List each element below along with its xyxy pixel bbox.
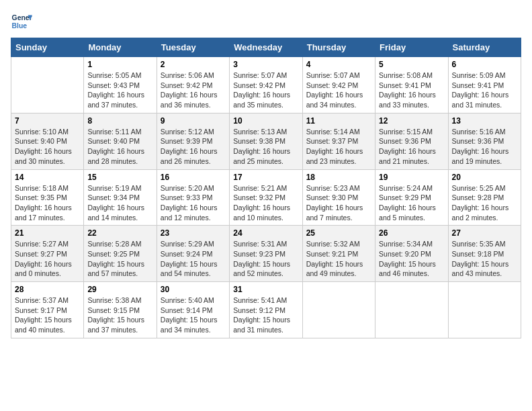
calendar-header: SundayMondayTuesdayWednesdayThursdayFrid… xyxy=(11,38,521,57)
calendar-week-row: 21Sunrise: 5:27 AM Sunset: 9:27 PM Dayli… xyxy=(11,226,521,282)
calendar-day-cell: 24Sunrise: 5:31 AM Sunset: 9:23 PM Dayli… xyxy=(230,226,302,282)
day-number: 21 xyxy=(15,228,80,238)
day-number: 19 xyxy=(379,173,444,182)
logo: General Blue xyxy=(11,11,32,32)
calendar-day-cell: 3Sunrise: 5:07 AM Sunset: 9:42 PM Daylig… xyxy=(230,57,302,113)
day-number: 7 xyxy=(15,116,80,126)
day-info: Sunrise: 5:07 AM Sunset: 9:42 PM Dayligh… xyxy=(233,71,298,110)
calendar-week-row: 14Sunrise: 5:18 AM Sunset: 9:35 PM Dayli… xyxy=(11,169,521,226)
calendar-day-cell: 21Sunrise: 5:27 AM Sunset: 9:27 PM Dayli… xyxy=(11,226,84,282)
day-info: Sunrise: 5:41 AM Sunset: 9:12 PM Dayligh… xyxy=(233,295,298,335)
day-info: Sunrise: 5:38 AM Sunset: 9:15 PM Dayligh… xyxy=(87,295,152,335)
day-number: 23 xyxy=(161,228,226,238)
day-info: Sunrise: 5:14 AM Sunset: 9:37 PM Dayligh… xyxy=(306,127,371,167)
day-info: Sunrise: 5:24 AM Sunset: 9:29 PM Dayligh… xyxy=(379,183,444,223)
calendar-day-cell: 27Sunrise: 5:35 AM Sunset: 9:18 PM Dayli… xyxy=(448,226,521,282)
day-info: Sunrise: 5:35 AM Sunset: 9:18 PM Dayligh… xyxy=(452,239,517,279)
day-info: Sunrise: 5:16 AM Sunset: 9:36 PM Dayligh… xyxy=(452,127,517,167)
day-info: Sunrise: 5:08 AM Sunset: 9:41 PM Dayligh… xyxy=(379,71,444,110)
calendar-day-cell: 19Sunrise: 5:24 AM Sunset: 9:29 PM Dayli… xyxy=(375,169,448,226)
day-number: 30 xyxy=(161,285,226,294)
day-info: Sunrise: 5:15 AM Sunset: 9:36 PM Dayligh… xyxy=(379,127,444,167)
day-number: 14 xyxy=(15,173,80,182)
day-info: Sunrise: 5:09 AM Sunset: 9:41 PM Dayligh… xyxy=(452,71,517,110)
day-number: 25 xyxy=(306,228,371,238)
day-info: Sunrise: 5:40 AM Sunset: 9:14 PM Dayligh… xyxy=(161,295,226,335)
day-number: 31 xyxy=(233,285,298,294)
day-number: 8 xyxy=(87,116,152,126)
day-info: Sunrise: 5:18 AM Sunset: 9:35 PM Dayligh… xyxy=(15,183,80,223)
calendar-day-cell xyxy=(448,282,521,338)
calendar-week-row: 28Sunrise: 5:37 AM Sunset: 9:17 PM Dayli… xyxy=(11,282,521,338)
day-info: Sunrise: 5:31 AM Sunset: 9:23 PM Dayligh… xyxy=(233,239,298,279)
day-info: Sunrise: 5:13 AM Sunset: 9:38 PM Dayligh… xyxy=(233,127,298,167)
day-info: Sunrise: 5:05 AM Sunset: 9:43 PM Dayligh… xyxy=(87,71,152,110)
day-number: 12 xyxy=(379,116,444,126)
calendar-day-cell xyxy=(375,282,448,338)
day-number: 16 xyxy=(161,173,226,182)
day-info: Sunrise: 5:21 AM Sunset: 9:32 PM Dayligh… xyxy=(233,183,298,223)
day-info: Sunrise: 5:11 AM Sunset: 9:40 PM Dayligh… xyxy=(87,127,152,167)
calendar-day-cell: 25Sunrise: 5:32 AM Sunset: 9:21 PM Dayli… xyxy=(302,226,375,282)
day-number: 6 xyxy=(452,60,517,69)
calendar-table: SundayMondayTuesdayWednesdayThursdayFrid… xyxy=(11,38,521,338)
day-number: 15 xyxy=(87,173,152,182)
day-info: Sunrise: 5:23 AM Sunset: 9:30 PM Dayligh… xyxy=(306,183,371,223)
calendar-day-cell: 11Sunrise: 5:14 AM Sunset: 9:37 PM Dayli… xyxy=(302,113,375,169)
day-number: 28 xyxy=(15,285,80,294)
day-info: Sunrise: 5:10 AM Sunset: 9:40 PM Dayligh… xyxy=(15,127,80,167)
day-number: 22 xyxy=(87,228,152,238)
weekday-header: Sunday xyxy=(11,38,84,57)
day-number: 26 xyxy=(379,228,444,238)
calendar-week-row: 1Sunrise: 5:05 AM Sunset: 9:43 PM Daylig… xyxy=(11,57,521,113)
calendar-day-cell: 23Sunrise: 5:29 AM Sunset: 9:24 PM Dayli… xyxy=(157,226,229,282)
day-number: 13 xyxy=(452,116,517,126)
day-number: 29 xyxy=(87,285,152,294)
day-number: 2 xyxy=(161,60,226,69)
day-number: 5 xyxy=(379,60,444,69)
day-number: 20 xyxy=(452,173,517,182)
day-info: Sunrise: 5:25 AM Sunset: 9:28 PM Dayligh… xyxy=(452,183,517,223)
calendar-day-cell: 10Sunrise: 5:13 AM Sunset: 9:38 PM Dayli… xyxy=(230,113,302,169)
calendar-day-cell: 8Sunrise: 5:11 AM Sunset: 9:40 PM Daylig… xyxy=(84,113,157,169)
calendar-day-cell: 6Sunrise: 5:09 AM Sunset: 9:41 PM Daylig… xyxy=(448,57,521,113)
calendar-day-cell: 15Sunrise: 5:19 AM Sunset: 9:34 PM Dayli… xyxy=(84,169,157,226)
day-number: 24 xyxy=(233,228,298,238)
calendar-day-cell: 20Sunrise: 5:25 AM Sunset: 9:28 PM Dayli… xyxy=(448,169,521,226)
day-info: Sunrise: 5:27 AM Sunset: 9:27 PM Dayligh… xyxy=(15,239,80,279)
calendar-day-cell: 28Sunrise: 5:37 AM Sunset: 9:17 PM Dayli… xyxy=(11,282,84,338)
weekday-header: Friday xyxy=(375,38,448,57)
calendar-day-cell: 7Sunrise: 5:10 AM Sunset: 9:40 PM Daylig… xyxy=(11,113,84,169)
day-info: Sunrise: 5:34 AM Sunset: 9:20 PM Dayligh… xyxy=(379,239,444,279)
calendar-day-cell xyxy=(11,57,84,113)
calendar-day-cell: 26Sunrise: 5:34 AM Sunset: 9:20 PM Dayli… xyxy=(375,226,448,282)
day-info: Sunrise: 5:20 AM Sunset: 9:33 PM Dayligh… xyxy=(161,183,226,223)
day-number: 11 xyxy=(306,116,371,126)
day-number: 10 xyxy=(233,116,298,126)
day-info: Sunrise: 5:19 AM Sunset: 9:34 PM Dayligh… xyxy=(87,183,152,223)
day-number: 9 xyxy=(161,116,226,126)
day-info: Sunrise: 5:06 AM Sunset: 9:42 PM Dayligh… xyxy=(161,71,226,110)
calendar-day-cell: 12Sunrise: 5:15 AM Sunset: 9:36 PM Dayli… xyxy=(375,113,448,169)
day-number: 27 xyxy=(452,228,517,238)
calendar-day-cell: 13Sunrise: 5:16 AM Sunset: 9:36 PM Dayli… xyxy=(448,113,521,169)
calendar-day-cell: 4Sunrise: 5:07 AM Sunset: 9:42 PM Daylig… xyxy=(302,57,375,113)
calendar-day-cell: 14Sunrise: 5:18 AM Sunset: 9:35 PM Dayli… xyxy=(11,169,84,226)
day-number: 18 xyxy=(306,173,371,182)
calendar-day-cell: 2Sunrise: 5:06 AM Sunset: 9:42 PM Daylig… xyxy=(157,57,229,113)
day-info: Sunrise: 5:28 AM Sunset: 9:25 PM Dayligh… xyxy=(87,239,152,279)
calendar-day-cell: 18Sunrise: 5:23 AM Sunset: 9:30 PM Dayli… xyxy=(302,169,375,226)
day-info: Sunrise: 5:29 AM Sunset: 9:24 PM Dayligh… xyxy=(161,239,226,279)
day-number: 4 xyxy=(306,60,371,69)
day-info: Sunrise: 5:07 AM Sunset: 9:42 PM Dayligh… xyxy=(306,71,371,110)
calendar-day-cell: 16Sunrise: 5:20 AM Sunset: 9:33 PM Dayli… xyxy=(157,169,229,226)
calendar-day-cell: 1Sunrise: 5:05 AM Sunset: 9:43 PM Daylig… xyxy=(84,57,157,113)
day-info: Sunrise: 5:32 AM Sunset: 9:21 PM Dayligh… xyxy=(306,239,371,279)
day-number: 1 xyxy=(87,60,152,69)
calendar-week-row: 7Sunrise: 5:10 AM Sunset: 9:40 PM Daylig… xyxy=(11,113,521,169)
calendar-day-cell xyxy=(302,282,375,338)
calendar-day-cell: 22Sunrise: 5:28 AM Sunset: 9:25 PM Dayli… xyxy=(84,226,157,282)
calendar-day-cell: 31Sunrise: 5:41 AM Sunset: 9:12 PM Dayli… xyxy=(230,282,302,338)
weekday-header: Monday xyxy=(84,38,157,57)
day-number: 3 xyxy=(233,60,298,69)
